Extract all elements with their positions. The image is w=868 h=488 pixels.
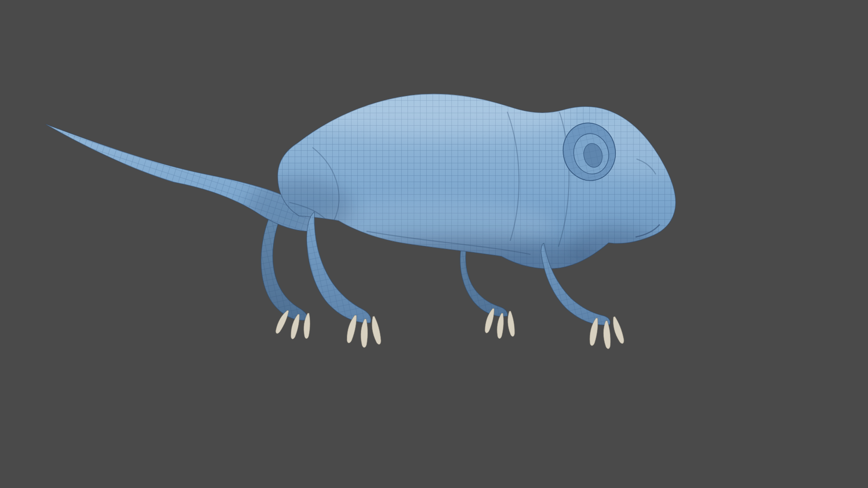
viewport-canvas[interactable] xyxy=(0,0,868,488)
3d-viewport[interactable] xyxy=(0,0,868,488)
